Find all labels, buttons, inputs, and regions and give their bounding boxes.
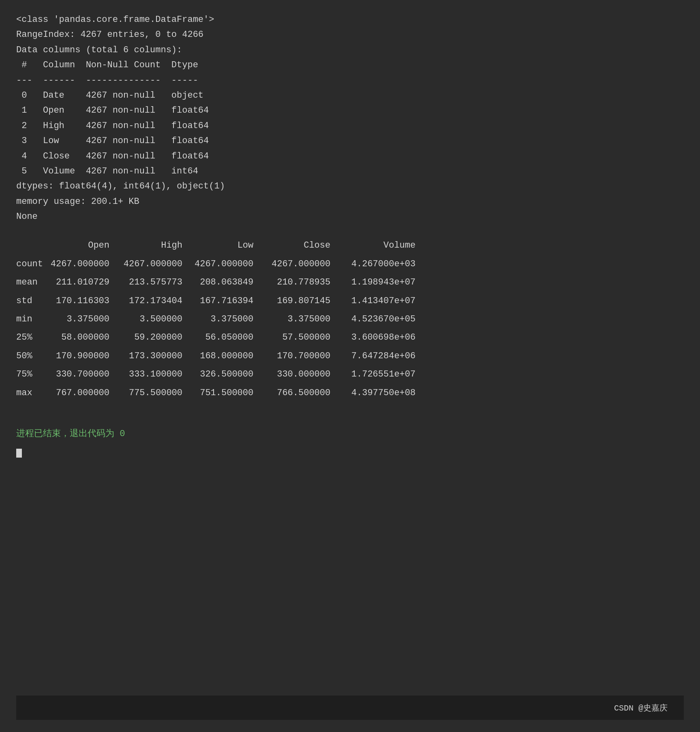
dtypes-line: dtypes: float64(4), int64(1), object(1): [16, 179, 684, 194]
stats-data-row: std170.116303172.173404167.716394169.807…: [16, 292, 420, 310]
column-header-line: # Column Non-Null Count Dtype: [16, 58, 684, 73]
bottom-bar: CSDN @史嘉庆: [16, 696, 684, 720]
process-end-line: 进程已结束，退出代码为 0: [16, 426, 684, 441]
stats-header-volume: Volume: [343, 236, 420, 255]
col-4-line: 4 Close 4267 non-null float64: [16, 149, 684, 164]
stats-header-row: Open High Low Close Volume: [16, 236, 420, 255]
terminal: <class 'pandas.core.frame.DataFrame'> Ra…: [16, 12, 684, 720]
col-0-line: 0 Date 4267 non-null object: [16, 88, 684, 103]
stats-header-close: Close: [265, 236, 343, 255]
dataframe-class-line: <class 'pandas.core.frame.DataFrame'>: [16, 12, 684, 27]
cursor: [16, 449, 22, 458]
stats-data-row: 50%170.900000173.300000168.000000170.700…: [16, 347, 420, 365]
rangeindex-line: RangeIndex: 4267 entries, 0 to 4266: [16, 27, 684, 42]
stats-header-high: High: [122, 236, 195, 255]
stats-header-label: [16, 236, 49, 255]
memory-line: memory usage: 200.1+ KB: [16, 194, 684, 209]
stats-data-row: max767.000000775.500000751.500000766.500…: [16, 384, 420, 402]
col-3-line: 3 Low 4267 non-null float64: [16, 133, 684, 148]
stats-header-open: Open: [49, 236, 122, 255]
stats-data-row: 25%58.00000059.20000056.05000057.5000003…: [16, 328, 420, 347]
col-2-line: 2 High 4267 non-null float64: [16, 118, 684, 133]
column-separator-line: --- ------ -------------- -----: [16, 73, 684, 88]
none-line: None: [16, 209, 684, 224]
watermark: CSDN @史嘉庆: [614, 702, 668, 713]
stats-data-row: mean211.010729213.575773208.063849210.77…: [16, 273, 420, 291]
stats-data-row: count4267.0000004267.0000004267.00000042…: [16, 255, 420, 273]
col-1-line: 1 Open 4267 non-null float64: [16, 103, 684, 118]
data-columns-line: Data columns (total 6 columns):: [16, 43, 684, 58]
col-5-line: 5 Volume 4267 non-null int64: [16, 164, 684, 179]
stats-data-row: min3.3750003.5000003.3750003.3750004.523…: [16, 310, 420, 328]
stats-header-low: Low: [195, 236, 265, 255]
stats-data-row: 75%330.700000333.100000326.500000330.000…: [16, 365, 420, 383]
stats-table: Open High Low Close Volume count4267.000…: [16, 236, 420, 402]
